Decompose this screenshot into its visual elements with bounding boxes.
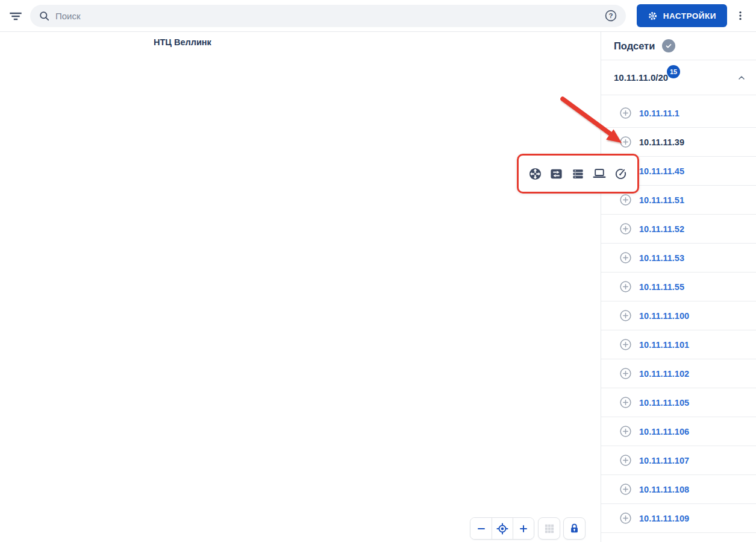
settings-button-label: НАСТРОЙКИ — [663, 11, 716, 20]
zoom-out-button[interactable] — [470, 518, 492, 539]
locate-icon — [496, 522, 509, 535]
plus-circle-icon — [619, 396, 632, 409]
add-device-button[interactable] — [619, 251, 632, 264]
switch-icon — [549, 167, 563, 181]
ip-link[interactable]: 10.11.11.102 — [639, 369, 689, 379]
plus-circle-icon — [619, 309, 632, 322]
plus-circle-icon — [619, 338, 632, 351]
ip-row[interactable]: 10.11.11.106 — [601, 417, 756, 446]
ip-row[interactable]: 10.11.11.53 — [601, 244, 756, 273]
ip-row[interactable]: 10.11.11.105 — [601, 388, 756, 417]
add-device-button[interactable] — [619, 194, 632, 206]
server-button[interactable] — [570, 166, 586, 182]
laptop-icon — [592, 166, 607, 181]
ip-row[interactable]: 10.11.11.1 — [601, 99, 756, 128]
lock-icon — [568, 522, 581, 535]
laptop-button[interactable] — [591, 165, 608, 182]
ip-link[interactable]: 10.11.11.107 — [639, 456, 689, 465]
plus-circle-icon — [619, 136, 632, 148]
add-device-button[interactable] — [619, 222, 632, 235]
search-icon — [39, 10, 50, 22]
add-device-button[interactable] — [619, 309, 632, 322]
locate-button[interactable] — [492, 518, 513, 539]
plus-circle-icon — [619, 222, 632, 235]
svg-text:?: ? — [608, 12, 613, 19]
add-device-button[interactable] — [619, 338, 632, 351]
plus-circle-icon — [619, 512, 632, 525]
grid-toggle-button[interactable] — [538, 517, 560, 540]
ip-link[interactable]: 10.11.11.51 — [639, 195, 684, 205]
ip-row[interactable]: 10.11.11.109 — [601, 504, 756, 533]
ip-link[interactable]: 10.11.11.55 — [639, 282, 684, 292]
server-icon — [571, 167, 585, 181]
plus-circle-icon — [619, 367, 632, 380]
add-device-button[interactable] — [619, 454, 632, 467]
gauge-button[interactable] — [613, 166, 629, 182]
search-input[interactable] — [55, 11, 603, 21]
ip-row[interactable]: 10.11.11.108 — [601, 475, 756, 504]
ip-link[interactable]: 10.11.11.105 — [639, 398, 689, 408]
router-icon — [528, 167, 542, 181]
ip-link[interactable]: 10.11.11.45 — [639, 166, 684, 176]
subnet-group-header[interactable]: 10.11.11.0/20 15 — [601, 60, 756, 95]
chevron-up-icon — [737, 73, 746, 83]
ip-link[interactable]: 10.11.11.108 — [639, 485, 689, 494]
ip-link[interactable]: 10.11.11.52 — [639, 224, 684, 234]
zoom-controls — [470, 517, 534, 540]
kebab-icon — [734, 9, 746, 22]
minus-icon — [475, 523, 487, 535]
ip-row[interactable]: 10.11.11.107 — [601, 446, 756, 475]
plus-circle-icon — [619, 483, 632, 496]
app-root: ? НАСТРОЙКИ НТЦ Веллинк — [0, 0, 756, 542]
router-button[interactable] — [527, 166, 543, 182]
subnet-label: 10.11.11.0/20 — [614, 72, 668, 83]
ip-row[interactable]: 10.11.11.39 — [601, 128, 756, 157]
ip-row[interactable]: 10.11.11.55 — [601, 273, 756, 301]
add-device-button[interactable] — [619, 483, 632, 496]
add-device-button[interactable] — [619, 107, 632, 119]
plus-circle-icon — [619, 454, 632, 467]
zoom-in-button[interactable] — [513, 518, 534, 539]
lock-button[interactable] — [563, 517, 586, 540]
subnets-panel: Подсети 10.11.11.0/20 15 — [601, 32, 756, 542]
add-device-button[interactable] — [619, 396, 632, 409]
add-device-button[interactable] — [619, 512, 632, 525]
top-bar: ? НАСТРОЙКИ — [0, 0, 756, 32]
filter-button[interactable] — [5, 5, 27, 27]
ip-link[interactable]: 10.11.11.100 — [639, 311, 689, 321]
check-badge[interactable] — [662, 39, 675, 52]
kebab-menu-button[interactable] — [731, 5, 750, 26]
ip-row[interactable]: 10.11.11.100 — [601, 301, 756, 330]
check-icon — [664, 42, 673, 50]
settings-button[interactable]: НАСТРОЙКИ — [637, 4, 727, 27]
ip-link[interactable]: 10.11.11.101 — [639, 340, 689, 350]
map-canvas[interactable]: НТЦ Веллинк — [0, 32, 601, 542]
subnet-count-badge: 15 — [667, 65, 680, 78]
plus-circle-icon — [619, 107, 632, 119]
ip-row[interactable]: 10.11.11.102 — [601, 359, 756, 388]
add-device-button[interactable] — [619, 280, 632, 293]
add-device-button[interactable] — [619, 425, 632, 438]
ip-link[interactable]: 10.11.11.39 — [639, 137, 684, 147]
help-button[interactable]: ? — [603, 8, 619, 24]
gauge-icon — [614, 167, 628, 181]
ip-link[interactable]: 10.11.11.1 — [639, 109, 679, 118]
plus-circle-icon — [619, 425, 632, 438]
search-bar[interactable]: ? — [30, 5, 626, 27]
add-device-button[interactable] — [619, 136, 632, 148]
switch-button[interactable] — [548, 166, 564, 182]
map-node-label[interactable]: НТЦ Веллинк — [154, 37, 211, 47]
gear-icon — [648, 11, 658, 21]
ip-link[interactable]: 10.11.11.106 — [639, 427, 689, 436]
ip-link[interactable]: 10.11.11.53 — [639, 253, 684, 263]
plus-circle-icon — [619, 251, 632, 264]
ip-row[interactable]: 10.11.11.101 — [601, 330, 756, 359]
panel-header: Подсети — [601, 32, 756, 60]
ip-row[interactable]: 10.11.11.52 — [601, 215, 756, 244]
ip-link[interactable]: 10.11.11.109 — [639, 514, 689, 523]
collapse-toggle[interactable] — [737, 73, 746, 83]
help-icon: ? — [604, 9, 617, 22]
add-device-button[interactable] — [619, 367, 632, 380]
panel-title: Подсети — [614, 40, 655, 52]
device-toolbar — [517, 154, 639, 194]
